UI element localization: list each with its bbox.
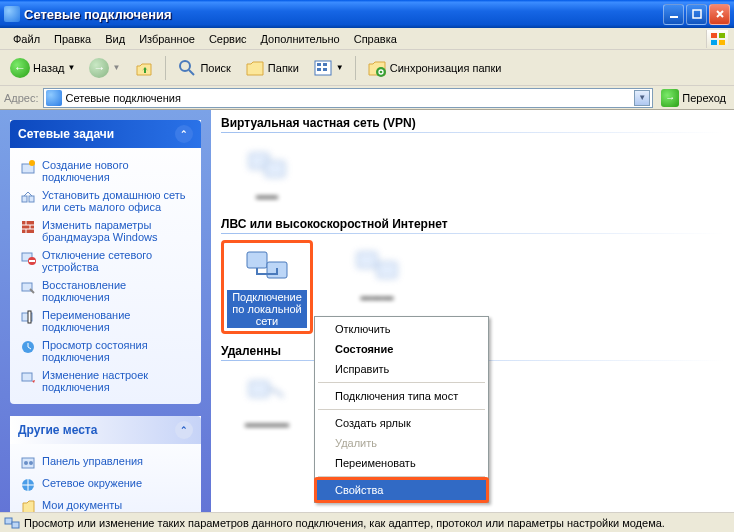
window-title: Сетевые подключения — [24, 7, 663, 22]
menu-view[interactable]: Вид — [98, 30, 132, 48]
task-firewall-settings[interactable]: Изменить параметры брандмауэра Windows — [20, 216, 191, 246]
sync-label: Синхронизация папки — [390, 62, 502, 74]
back-label: Назад — [33, 62, 65, 74]
up-button[interactable] — [128, 54, 160, 82]
other-places-group: Другие места ⌃ Панель управления Сетевое… — [10, 416, 201, 512]
up-folder-icon — [134, 58, 154, 78]
place-control-panel[interactable]: Панель управления — [20, 452, 191, 474]
documents-icon — [20, 499, 36, 512]
svg-rect-0 — [670, 16, 678, 18]
vpn-connection-item[interactable]: ▬▬ — [227, 145, 307, 201]
network-tasks-title: Сетевые задачи — [18, 127, 114, 141]
toolbar: ← Назад ▼ → ▼ Поиск Папки ▼ Синхронизаци… — [0, 50, 734, 86]
menu-advanced[interactable]: Дополнительно — [254, 30, 347, 48]
menu-help[interactable]: Справка — [347, 30, 404, 48]
sync-button[interactable]: Синхронизация папки — [361, 54, 508, 82]
chevron-down-icon: ▼ — [112, 63, 120, 72]
svg-point-6 — [180, 61, 190, 71]
task-rename-connection[interactable]: Переименование подключения — [20, 306, 191, 336]
svg-rect-38 — [12, 522, 19, 528]
context-properties[interactable]: Свойства — [317, 480, 486, 500]
context-bridge[interactable]: Подключения типа мост — [317, 386, 486, 406]
control-panel-icon — [20, 455, 36, 471]
context-repair[interactable]: Исправить — [317, 359, 486, 379]
chevron-down-icon: ▼ — [68, 63, 76, 72]
svg-rect-9 — [317, 68, 321, 71]
lan-connection-item[interactable]: Подключение по локальной сети — [227, 246, 307, 328]
new-connection-icon — [20, 159, 36, 175]
svg-rect-1 — [693, 10, 701, 18]
task-view-status[interactable]: Просмотр состояния подключения — [20, 336, 191, 366]
forward-icon: → — [89, 58, 109, 78]
maximize-button[interactable] — [686, 4, 707, 25]
network-tasks-header[interactable]: Сетевые задачи ⌃ — [10, 120, 201, 148]
views-button[interactable]: ▼ — [307, 54, 350, 82]
svg-rect-11 — [323, 68, 327, 71]
task-setup-home-network[interactable]: Установить домашнюю сеть или сеть малого… — [20, 186, 191, 216]
place-my-documents[interactable]: Мои документы — [20, 496, 191, 512]
forward-button[interactable]: → ▼ — [83, 54, 126, 82]
menu-file[interactable]: Файл — [6, 30, 47, 48]
collapse-icon[interactable]: ⌃ — [175, 125, 193, 143]
search-button[interactable]: Поиск — [171, 54, 236, 82]
svg-rect-23 — [28, 311, 31, 323]
minimize-button[interactable] — [663, 4, 684, 25]
svg-rect-17 — [22, 221, 34, 233]
address-icon — [46, 90, 62, 106]
remote-connection-item[interactable]: ▬▬▬▬ — [227, 373, 307, 429]
go-button[interactable]: → Переход — [657, 87, 730, 109]
svg-point-27 — [24, 461, 28, 465]
network-connection-icon — [4, 515, 20, 531]
collapse-icon[interactable]: ⌃ — [175, 421, 193, 439]
network-places-icon — [20, 477, 36, 493]
task-disable-device[interactable]: Отключение сетевого устройства — [20, 246, 191, 276]
menu-tools[interactable]: Сервис — [202, 30, 254, 48]
xp-logo-icon — [706, 30, 728, 48]
svg-rect-10 — [323, 63, 327, 66]
svg-rect-15 — [22, 196, 27, 202]
svg-rect-34 — [357, 252, 377, 268]
address-value: Сетевые подключения — [66, 92, 181, 104]
svg-rect-37 — [5, 518, 12, 524]
menu-favorites[interactable]: Избранное — [132, 30, 202, 48]
task-change-settings[interactable]: Изменение настроек подключения — [20, 366, 191, 396]
settings-icon — [20, 369, 36, 385]
svg-rect-4 — [711, 40, 717, 45]
network-tasks-group: Сетевые задачи ⌃ Создание нового подключ… — [10, 120, 201, 404]
statusbar: Просмотр или изменение таких параметров … — [0, 512, 734, 532]
task-create-connection[interactable]: Создание нового подключения — [20, 156, 191, 186]
go-label: Переход — [682, 92, 726, 104]
svg-point-28 — [29, 461, 33, 465]
search-label: Поиск — [200, 62, 230, 74]
side-panel: Сетевые задачи ⌃ Создание нового подключ… — [0, 110, 211, 512]
section-lan: ЛВС или высокоскоростной Интернет — [211, 211, 734, 236]
svg-rect-5 — [719, 40, 725, 45]
chevron-down-icon: ▼ — [336, 63, 344, 72]
svg-point-14 — [29, 160, 35, 166]
firewall-icon — [20, 219, 36, 235]
context-status[interactable]: Состояние — [317, 339, 486, 359]
address-dropdown-button[interactable]: ▼ — [634, 90, 650, 106]
context-menu: Отключить Состояние Исправить Подключени… — [314, 316, 489, 503]
titlebar: Сетевые подключения — [0, 0, 734, 28]
context-rename[interactable]: Переименовать — [317, 453, 486, 473]
close-button[interactable] — [709, 4, 730, 25]
task-repair-connection[interactable]: Восстановление подключения — [20, 276, 191, 306]
place-network-neighborhood[interactable]: Сетевое окружение — [20, 474, 191, 496]
other-places-title: Другие места — [18, 423, 97, 437]
menu-edit[interactable]: Правка — [47, 30, 98, 48]
folders-label: Папки — [268, 62, 299, 74]
context-create-shortcut[interactable]: Создать ярлык — [317, 413, 486, 433]
back-button[interactable]: ← Назад ▼ — [4, 54, 81, 82]
address-bar: Адрес: Сетевые подключения ▼ → Переход — [0, 86, 734, 110]
other-places-header[interactable]: Другие места ⌃ — [10, 416, 201, 444]
repair-icon — [20, 279, 36, 295]
menubar: Файл Правка Вид Избранное Сервис Дополни… — [0, 28, 734, 50]
context-disable[interactable]: Отключить — [317, 319, 486, 339]
home-network-icon — [20, 189, 36, 205]
address-input[interactable]: Сетевые подключения ▼ — [43, 88, 654, 108]
folders-button[interactable]: Папки — [239, 54, 305, 82]
disable-device-icon — [20, 249, 36, 265]
svg-rect-16 — [29, 196, 34, 202]
section-vpn: Виртуальная частная сеть (VPN) — [211, 110, 734, 135]
